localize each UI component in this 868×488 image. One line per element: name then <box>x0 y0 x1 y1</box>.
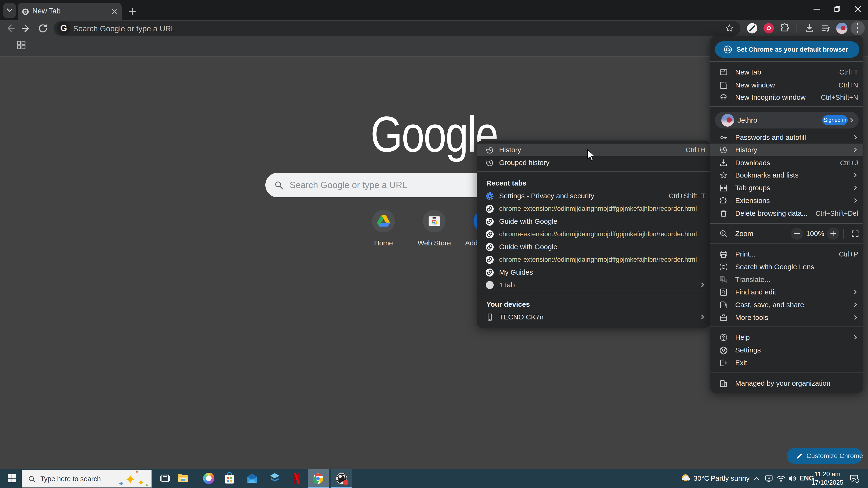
svg-text:1: 1 <box>856 479 858 483</box>
